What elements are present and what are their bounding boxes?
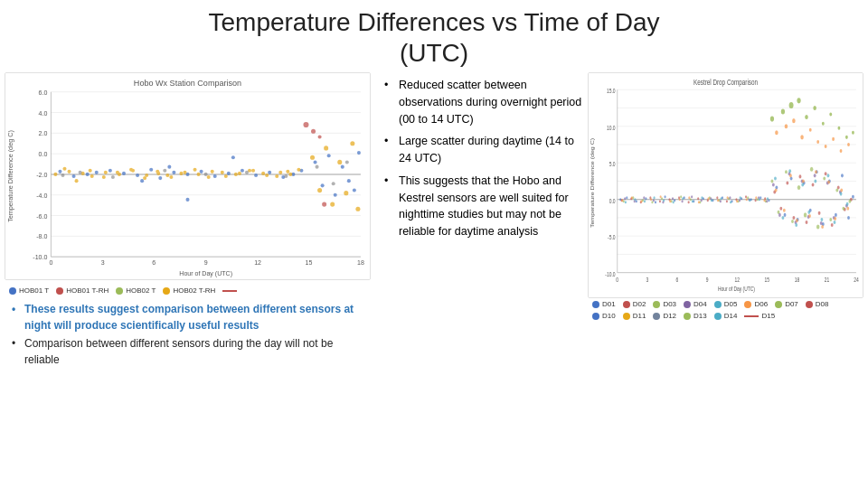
svg-point-299 (840, 192, 843, 196)
svg-text:Hour of Day (UTC): Hour of Day (UTC) (179, 270, 232, 277)
svg-point-162 (665, 195, 666, 198)
svg-point-37 (122, 172, 126, 175)
svg-point-252 (691, 195, 693, 198)
svg-point-98 (143, 176, 146, 180)
left-bullets: These results suggest comparison between… (5, 296, 371, 374)
svg-text:6.0: 6.0 (39, 89, 48, 97)
svg-point-99 (156, 170, 159, 174)
svg-point-268 (820, 221, 823, 225)
svg-point-84 (310, 155, 315, 160)
svg-point-244 (848, 200, 851, 203)
svg-point-306 (669, 200, 671, 202)
kestrel-chart-legend: D01 D02 D03 D04 D05 D06 D07 D08 D10 D11 … (588, 298, 863, 322)
svg-point-338 (845, 136, 848, 139)
svg-point-341 (785, 124, 788, 128)
svg-point-274 (634, 198, 636, 201)
svg-point-117 (316, 165, 319, 169)
svg-point-85 (317, 188, 322, 192)
svg-point-261 (772, 183, 775, 187)
svg-point-88 (337, 160, 342, 164)
legend-hobo2t: HOB02 T (116, 286, 156, 295)
svg-point-342 (792, 118, 796, 123)
svg-point-43 (200, 170, 203, 174)
svg-text:-5.0: -5.0 (608, 233, 616, 240)
svg-point-335 (822, 122, 825, 126)
svg-point-204 (779, 207, 782, 211)
svg-point-222 (680, 195, 682, 198)
svg-point-295 (814, 180, 816, 183)
svg-text:12: 12 (254, 260, 261, 267)
svg-point-52 (314, 161, 317, 164)
svg-point-344 (809, 128, 812, 132)
svg-point-195 (697, 197, 699, 200)
svg-point-297 (827, 174, 830, 178)
svg-point-289 (774, 177, 777, 181)
svg-text:18: 18 (795, 276, 800, 283)
svg-point-103 (207, 175, 211, 179)
svg-point-336 (829, 113, 832, 117)
legend-hobo1t: HOB01 T (9, 286, 49, 295)
svg-point-83 (297, 168, 300, 172)
svg-point-82 (288, 173, 292, 176)
svg-point-76 (211, 170, 214, 174)
svg-point-241 (829, 218, 832, 221)
svg-point-108 (275, 174, 278, 178)
svg-point-118 (332, 182, 335, 185)
svg-point-302 (631, 196, 633, 199)
svg-point-332 (797, 99, 800, 104)
svg-point-292 (795, 223, 797, 227)
svg-point-197 (716, 196, 718, 199)
svg-point-255 (720, 200, 722, 202)
svg-point-311 (717, 199, 719, 202)
svg-point-210 (818, 211, 821, 215)
svg-point-44 (213, 174, 217, 178)
svg-point-111 (79, 171, 82, 174)
svg-point-200 (745, 195, 747, 198)
svg-point-313 (736, 200, 738, 202)
svg-point-334 (813, 106, 816, 110)
svg-point-63 (167, 165, 171, 169)
svg-point-247 (643, 196, 645, 199)
svg-point-110 (61, 174, 64, 177)
svg-point-260 (766, 200, 768, 202)
svg-point-326 (834, 217, 836, 221)
svg-point-303 (640, 200, 642, 202)
svg-point-123 (322, 202, 326, 207)
svg-text:-4.0: -4.0 (36, 192, 47, 200)
svg-text:Temperature Difference (deg C): Temperature Difference (deg C) (590, 138, 595, 228)
svg-point-32 (58, 170, 61, 174)
svg-text:9: 9 (706, 276, 709, 283)
svg-point-340 (775, 130, 778, 135)
svg-point-333 (805, 115, 808, 119)
svg-point-346 (825, 145, 827, 148)
svg-point-288 (767, 197, 769, 200)
svg-text:9: 9 (204, 260, 208, 267)
svg-text:24: 24 (854, 276, 859, 283)
svg-point-95 (102, 175, 106, 179)
svg-point-68 (104, 171, 108, 174)
svg-point-284 (730, 201, 731, 203)
svg-point-236 (797, 185, 801, 190)
svg-point-64 (53, 173, 57, 176)
svg-point-243 (842, 207, 844, 211)
hobo-chart-legend: HOB01 T HOB01 T-RH HOB02 T HOB02 T-RH (5, 285, 371, 296)
svg-point-325 (827, 181, 830, 184)
svg-point-87 (330, 202, 335, 207)
svg-point-91 (355, 207, 360, 211)
svg-point-194 (688, 201, 690, 203)
legend-hobo-line (222, 290, 237, 292)
svg-point-201 (755, 199, 757, 202)
svg-point-294 (807, 211, 810, 214)
svg-point-286 (749, 199, 750, 202)
svg-text:-8.0: -8.0 (36, 234, 47, 241)
svg-point-327 (840, 189, 843, 192)
svg-point-207 (799, 175, 802, 179)
svg-point-57 (347, 179, 351, 183)
svg-text:Hobo Wx Station Comparison: Hobo Wx Station Comparison (134, 80, 241, 89)
svg-point-275 (644, 200, 646, 202)
svg-text:2.0: 2.0 (39, 131, 48, 138)
svg-point-234 (785, 170, 788, 174)
kestrel-chart-area: Kestrel Drop Comparison (588, 72, 863, 488)
svg-point-314 (746, 198, 748, 201)
svg-point-339 (852, 131, 854, 135)
